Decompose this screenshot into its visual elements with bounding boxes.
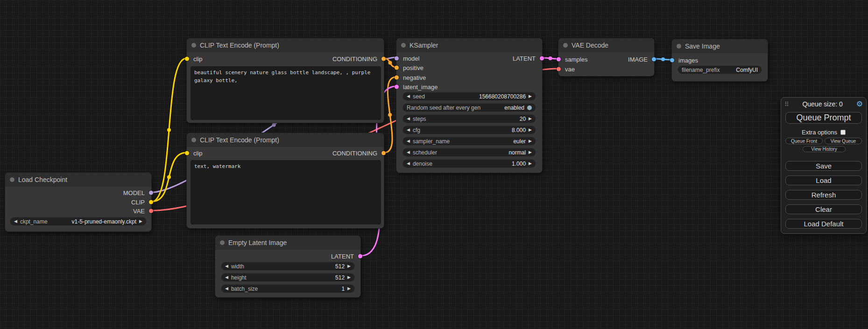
scheduler-combo[interactable]: ◀ scheduler normal ▶ — [402, 148, 536, 157]
save-button[interactable]: Save — [785, 161, 862, 171]
refresh-button[interactable]: Refresh — [785, 190, 862, 200]
arrow-right-icon[interactable]: ▶ — [529, 128, 532, 132]
collapse-dot[interactable] — [220, 240, 225, 245]
widget-label: batch_size — [231, 286, 258, 292]
slot-label: CLIP — [131, 199, 145, 206]
node-title-bar[interactable]: Empty Latent Image — [215, 236, 360, 250]
load-button[interactable]: Load — [785, 175, 862, 185]
samples-input-dot[interactable] — [557, 57, 561, 62]
height-number-widget[interactable]: ◀ height 512 ▶ — [221, 273, 355, 282]
arrow-left-icon[interactable]: ◀ — [225, 287, 228, 291]
arrow-left-icon[interactable]: ◀ — [407, 150, 410, 154]
extra-options-checkbox[interactable] — [840, 130, 846, 135]
menu-header: ⠿ Queue size: 0 ⚙ — [784, 100, 863, 108]
collapse-dot[interactable] — [10, 177, 14, 182]
node-load-checkpoint[interactable]: Load Checkpoint MODEL CLIP VAE ◀ ckpt_na… — [5, 172, 152, 232]
clip-output-dot[interactable] — [149, 200, 153, 204]
denoise-number-widget[interactable]: ◀ denoise 1.000 ▶ — [402, 159, 536, 168]
node-title: VAE Decode — [572, 42, 608, 49]
ckpt-name-combo[interactable]: ◀ ckpt_name v1-5-pruned-emaonly.ckpt ▶ — [10, 217, 147, 226]
filename-prefix-text-widget[interactable]: filename_prefix ComfyUI — [677, 65, 762, 74]
arrow-left-icon[interactable]: ◀ — [14, 219, 17, 224]
node-vae-decode[interactable]: VAE Decode samples IMAGE vae — [558, 38, 655, 77]
arrow-right-icon[interactable]: ▶ — [529, 117, 532, 121]
queue-front-button[interactable]: Queue Front — [785, 138, 823, 144]
node-title-bar[interactable]: KSampler — [396, 38, 542, 52]
node-title-bar[interactable]: Load Checkpoint — [5, 173, 151, 187]
node-title: Load Checkpoint — [18, 176, 67, 183]
arrow-left-icon[interactable]: ◀ — [225, 264, 228, 268]
arrow-right-icon[interactable]: ▶ — [347, 264, 351, 268]
vae-output-dot[interactable] — [149, 209, 153, 213]
random-seed-toggle-widget[interactable]: Random seed after every gen enabled — [402, 103, 536, 112]
node-ksampler[interactable]: KSampler model LATENT positive negative … — [396, 38, 543, 173]
arrow-right-icon[interactable]: ▶ — [529, 139, 532, 143]
node-title-bar[interactable]: VAE Decode — [558, 38, 654, 52]
vae-input-dot[interactable] — [557, 67, 561, 71]
arrow-right-icon[interactable]: ▶ — [529, 94, 532, 98]
widget-label: Random seed after every gen — [407, 105, 480, 111]
collapse-dot[interactable] — [191, 138, 196, 142]
arrow-right-icon[interactable]: ▶ — [529, 161, 532, 166]
arrow-left-icon[interactable]: ◀ — [407, 128, 410, 132]
widget-label: steps — [413, 116, 426, 122]
negative-input-slot: negative — [396, 74, 426, 81]
conditioning-output-slot: CONDITIONING — [332, 55, 384, 63]
width-number-widget[interactable]: ◀ width 512 ▶ — [221, 262, 355, 271]
gear-icon[interactable]: ⚙ — [856, 100, 863, 108]
seed-number-widget[interactable]: ◀ seed 156680208700286 ▶ — [402, 92, 536, 101]
collapse-dot[interactable] — [677, 44, 681, 49]
slot-label: negative — [403, 74, 426, 81]
image-output-dot[interactable] — [652, 57, 656, 62]
link-dot — [661, 57, 665, 61]
slot-label: images — [678, 57, 698, 64]
node-empty-latent-image[interactable]: Empty Latent Image LATENT ◀ width 512 ▶ … — [215, 235, 361, 298]
view-history-button[interactable]: View History — [803, 146, 846, 152]
arrow-left-icon[interactable]: ◀ — [407, 94, 410, 98]
model-input-dot[interactable] — [395, 56, 399, 61]
positive-input-slot: positive — [396, 64, 423, 71]
negative-prompt-textarea[interactable]: text, watermark — [191, 160, 381, 224]
collapse-dot[interactable] — [401, 43, 406, 48]
queue-prompt-button[interactable]: Queue Prompt — [785, 112, 862, 124]
arrow-left-icon[interactable]: ◀ — [407, 161, 410, 166]
cfg-number-widget[interactable]: ◀ cfg 8.000 ▶ — [402, 126, 536, 134]
arrow-right-icon[interactable]: ▶ — [139, 219, 142, 224]
latent-output-dot[interactable] — [358, 254, 362, 259]
clip-output-slot: CLIP — [131, 198, 151, 206]
clip-input-dot[interactable] — [185, 57, 189, 61]
sampler-name-combo[interactable]: ◀ sampler_name euler ▶ — [402, 137, 536, 146]
batch-size-number-widget[interactable]: ◀ batch_size 1 ▶ — [221, 284, 355, 293]
arrow-right-icon[interactable]: ▶ — [347, 287, 351, 291]
clear-button[interactable]: Clear — [785, 204, 862, 214]
latent-output-dot[interactable] — [540, 56, 544, 61]
toggle-dot-icon[interactable] — [527, 105, 532, 110]
latent-image-input-dot[interactable] — [395, 85, 399, 89]
node-title-bar[interactable]: CLIP Text Encode (Prompt) — [187, 38, 384, 52]
node-title-bar[interactable]: Save Image — [672, 39, 768, 53]
node-title-bar[interactable]: CLIP Text Encode (Prompt) — [187, 133, 384, 147]
collapse-dot[interactable] — [563, 43, 568, 48]
drag-handle-icon[interactable]: ⠿ — [784, 101, 789, 108]
node-save-image[interactable]: Save Image images filename_prefix ComfyU… — [671, 39, 768, 82]
clip-input-dot[interactable] — [185, 151, 189, 155]
collapse-dot[interactable] — [191, 43, 196, 48]
load-default-button[interactable]: Load Default — [785, 219, 862, 229]
negative-input-dot[interactable] — [395, 76, 399, 80]
conditioning-output-dot[interactable] — [381, 151, 386, 155]
model-output-dot[interactable] — [149, 191, 153, 195]
arrow-right-icon[interactable]: ▶ — [529, 150, 532, 154]
positive-input-dot[interactable] — [395, 66, 399, 70]
arrow-left-icon[interactable]: ◀ — [225, 275, 228, 280]
slot-label: VAE — [133, 208, 145, 215]
images-input-dot[interactable] — [670, 58, 674, 63]
arrow-left-icon[interactable]: ◀ — [407, 117, 410, 121]
positive-prompt-textarea[interactable]: beautiful scenery nature glass bottle la… — [191, 66, 381, 120]
conditioning-output-dot[interactable] — [381, 57, 386, 61]
steps-number-widget[interactable]: ◀ steps 20 ▶ — [402, 114, 536, 123]
node-clip-text-encode-positive[interactable]: CLIP Text Encode (Prompt) clip CONDITION… — [186, 38, 384, 123]
node-clip-text-encode-negative[interactable]: CLIP Text Encode (Prompt) clip CONDITION… — [186, 133, 384, 229]
arrow-right-icon[interactable]: ▶ — [347, 275, 351, 280]
view-queue-button[interactable]: View Queue — [825, 138, 862, 144]
arrow-left-icon[interactable]: ◀ — [407, 139, 410, 143]
